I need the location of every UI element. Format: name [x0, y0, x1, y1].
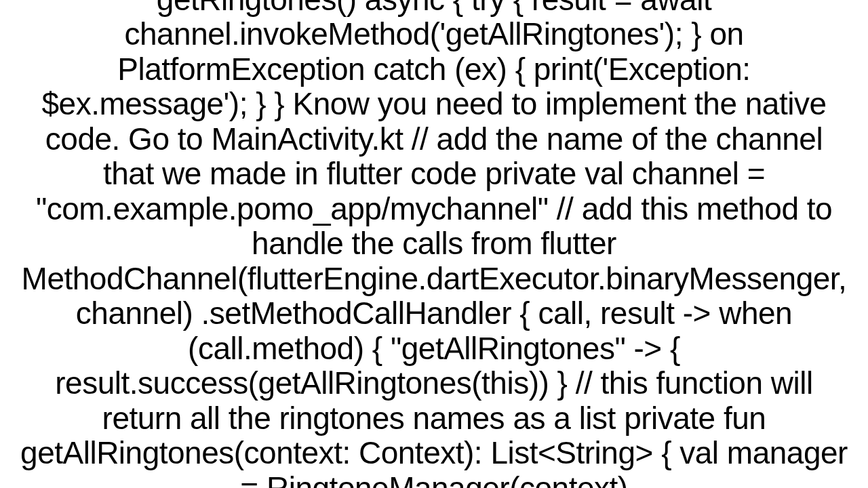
document-text: getRingtones() async { try { result = aw… [17, 0, 851, 488]
